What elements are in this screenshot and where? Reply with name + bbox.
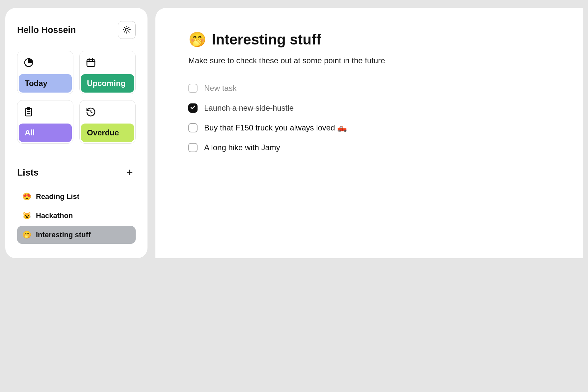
svg-line-4 bbox=[129, 32, 129, 32]
svg-line-19 bbox=[91, 112, 92, 113]
theme-toggle-button[interactable] bbox=[118, 21, 136, 39]
task-checkbox[interactable] bbox=[188, 143, 198, 152]
new-task-checkbox[interactable] bbox=[188, 84, 198, 93]
task-row: Buy that F150 truck you always loved 🛻 bbox=[188, 123, 550, 132]
title-text: Interesting stuff bbox=[212, 31, 321, 48]
clock-icon bbox=[17, 56, 73, 74]
list-emoji: 😼 bbox=[22, 211, 31, 220]
main-content: 🤭 Interesting stuff Make sure to check t… bbox=[155, 8, 583, 258]
lists-title: Lists bbox=[17, 167, 39, 178]
title-emoji: 🤭 bbox=[188, 31, 206, 48]
list-label: Interesting stuff bbox=[36, 231, 91, 239]
task-text[interactable]: Buy that F150 truck you always loved 🛻 bbox=[204, 123, 347, 132]
task-checkbox[interactable] bbox=[188, 103, 198, 113]
filter-label: Overdue bbox=[81, 124, 134, 142]
list-item-reading-list[interactable]: 😍 Reading List bbox=[17, 188, 136, 206]
svg-line-7 bbox=[124, 32, 125, 32]
add-list-button[interactable] bbox=[124, 167, 136, 179]
list-item-hackathon[interactable]: 😼 Hackathon bbox=[17, 207, 136, 225]
filter-label: Today bbox=[19, 74, 72, 93]
task-checkbox[interactable] bbox=[188, 123, 198, 132]
svg-rect-10 bbox=[87, 60, 95, 67]
sidebar: Hello Hossein bbox=[5, 8, 147, 258]
svg-point-0 bbox=[125, 28, 128, 31]
task-row: A long hike with Jamy bbox=[188, 143, 550, 152]
filter-today[interactable]: Today bbox=[17, 51, 73, 94]
list-emoji: 😍 bbox=[22, 192, 31, 201]
page-title: 🤭 Interesting stuff bbox=[188, 31, 550, 48]
svg-line-8 bbox=[129, 27, 129, 28]
calendar-icon bbox=[80, 56, 135, 74]
filter-grid: Today Upcoming bbox=[17, 51, 136, 144]
lists-header: Lists bbox=[17, 167, 136, 179]
new-task-input[interactable] bbox=[204, 84, 336, 93]
lists-container: 😍 Reading List 😼 Hackathon 🤭 Interesting… bbox=[17, 188, 136, 244]
sun-icon bbox=[122, 25, 131, 35]
plus-icon bbox=[126, 168, 134, 177]
task-text[interactable]: Launch a new side-hustle bbox=[204, 103, 313, 113]
svg-line-3 bbox=[124, 27, 125, 28]
filter-label: All bbox=[19, 124, 72, 142]
list-label: Hackathon bbox=[36, 211, 73, 220]
filter-upcoming[interactable]: Upcoming bbox=[79, 51, 136, 94]
page-subtitle: Make sure to check these out at some poi… bbox=[188, 56, 550, 65]
new-task-row bbox=[188, 84, 550, 93]
greeting: Hello Hossein bbox=[17, 25, 76, 35]
filter-overdue[interactable]: Overdue bbox=[79, 100, 136, 144]
list-emoji: 🤭 bbox=[22, 231, 31, 239]
filter-all[interactable]: All bbox=[17, 100, 73, 144]
task-row: Launch a new side-hustle bbox=[188, 103, 550, 113]
filter-label: Upcoming bbox=[81, 74, 134, 93]
clipboard-icon bbox=[17, 106, 73, 124]
history-icon bbox=[80, 106, 135, 124]
task-text[interactable]: A long hike with Jamy bbox=[204, 143, 280, 152]
check-icon bbox=[190, 104, 196, 112]
sidebar-header: Hello Hossein bbox=[17, 21, 136, 39]
list-label: Reading List bbox=[36, 192, 79, 201]
list-item-interesting-stuff[interactable]: 🤭 Interesting stuff bbox=[17, 226, 136, 244]
